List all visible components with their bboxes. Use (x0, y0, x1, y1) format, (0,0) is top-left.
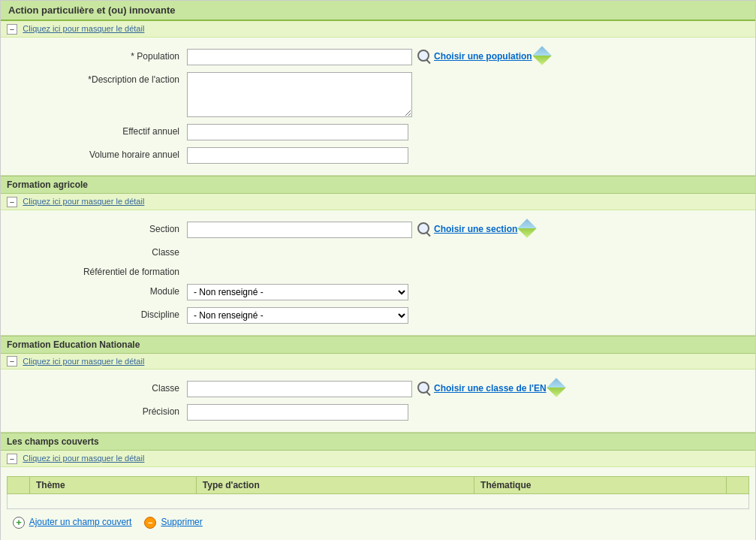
precision-input[interactable] (187, 404, 408, 421)
referentiel-label: Référentiel de formation (7, 264, 187, 277)
section-input[interactable] (187, 222, 412, 238)
section-row: Section Choisir une section (1, 220, 755, 240)
description-label: *Description de l'action (7, 72, 187, 85)
action-form-section: * Population Choisir une population *Des… (1, 38, 755, 176)
action-collapse-row: − Cliquez ici pour masquer le détail (1, 21, 755, 38)
champs-couverts-collapse-icon[interactable]: − (7, 454, 17, 464)
champs-couverts-header: Les champs couverts (1, 433, 755, 451)
search-glass-en-icon (417, 381, 432, 396)
choose-section-label: Choisir une section (434, 224, 517, 234)
col-actions (727, 477, 749, 494)
formation-en-header: Formation Education Nationale (1, 336, 755, 354)
section-label: Section (7, 222, 187, 234)
col-thematique: Thématique (474, 477, 727, 494)
classe-agricole-row: Classe (1, 243, 755, 259)
formation-agricole-collapse-link[interactable]: Cliquez ici pour masquer le détail (23, 197, 144, 206)
classe-en-input[interactable] (187, 381, 412, 397)
effectif-input[interactable] (187, 124, 408, 140)
choose-population-btn[interactable]: Choisir une population (417, 49, 532, 64)
col-checkbox (8, 477, 30, 494)
population-input[interactable] (187, 49, 412, 65)
description-row: *Description de l'action (1, 71, 755, 119)
add-champ-row: + Ajouter un champ couvert − Supprimer (7, 512, 749, 533)
add-icon: + (13, 517, 25, 529)
formation-en-collapse-link[interactable]: Cliquez ici pour masquer le détail (23, 357, 144, 366)
eraser-icon-classe-en[interactable] (547, 379, 565, 397)
module-select[interactable]: - Non renseigné - (187, 284, 408, 300)
formation-agricole-collapse-icon[interactable]: − (7, 197, 17, 207)
champs-couverts-collapse-row: − Cliquez ici pour masquer le détail (1, 451, 755, 467)
effectif-row: Effectif annuel (1, 122, 755, 142)
choose-classe-en-btn[interactable]: Choisir une classe de l'EN (417, 381, 547, 396)
empty-row (8, 494, 749, 509)
referentiel-row: Référentiel de formation (1, 263, 755, 279)
eraser-icon-section[interactable] (518, 219, 537, 237)
module-label: Module (7, 284, 187, 297)
precision-label: Précision (7, 404, 187, 417)
champs-couverts-collapse-link[interactable]: Cliquez ici pour masquer le détail (23, 454, 144, 463)
module-row: Module - Non renseigné - (1, 282, 755, 302)
choose-section-btn[interactable]: Choisir une section (417, 222, 517, 237)
effectif-label: Effectif annuel (7, 124, 187, 137)
champs-table: Thème Type d'action Thématique (7, 476, 749, 509)
del-icon: − (144, 517, 156, 529)
champs-couverts-form-section: Thème Type d'action Thématique + Ajouter… (1, 467, 755, 540)
choose-classe-en-label: Choisir une classe de l'EN (434, 383, 547, 394)
formation-en-collapse-icon[interactable]: − (7, 356, 17, 367)
action-collapse-icon[interactable]: − (7, 24, 17, 35)
formation-agricole-collapse-row: − Cliquez ici pour masquer le détail (1, 194, 755, 210)
population-row: * Population Choisir une population (1, 47, 755, 67)
del-champ-btn[interactable]: Supprimer (161, 517, 202, 527)
choose-population-label: Choisir une population (434, 51, 532, 62)
search-glass-section-icon (417, 222, 432, 237)
classe-en-row: Classe Choisir une classe de l'EN (1, 379, 755, 399)
classe-agricole-label: Classe (7, 245, 187, 258)
formation-agricole-header: Formation agricole (1, 176, 755, 194)
eraser-icon-population[interactable] (532, 46, 551, 65)
formation-en-collapse-row: − Cliquez ici pour masquer le détail (1, 354, 755, 370)
volume-input[interactable] (187, 147, 408, 164)
discipline-row: Discipline - Non renseigné - (1, 306, 755, 325)
formation-agricole-form-section: Section Choisir une section Classe Référ… (1, 210, 755, 336)
champs-table-wrapper: Thème Type d'action Thématique + Ajouter… (1, 476, 755, 539)
col-type-action: Type d'action (196, 477, 474, 494)
action-collapse-link[interactable]: Cliquez ici pour masquer le détail (23, 24, 144, 33)
col-theme: Thème (30, 477, 197, 494)
discipline-select[interactable]: - Non renseigné - (187, 307, 408, 324)
page-title: Action particulière et (ou) innovante (1, 1, 755, 21)
add-champ-btn[interactable]: Ajouter un champ couvert (29, 517, 132, 527)
description-textarea[interactable] (187, 72, 412, 117)
formation-en-form-section: Classe Choisir une classe de l'EN Précis… (1, 370, 755, 433)
precision-row: Précision (1, 403, 755, 422)
classe-en-label: Classe (7, 381, 187, 394)
population-label: * Population (7, 49, 187, 62)
volume-label: Volume horaire annuel (7, 147, 187, 160)
discipline-label: Discipline (7, 307, 187, 320)
search-glass-icon (417, 49, 432, 64)
volume-row: Volume horaire annuel (1, 146, 755, 165)
